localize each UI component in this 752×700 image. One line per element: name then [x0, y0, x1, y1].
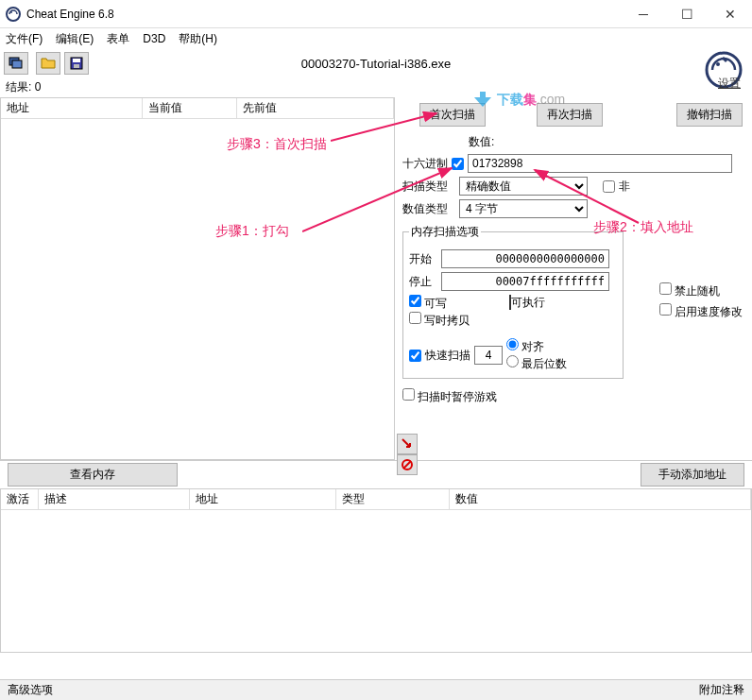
menu-help[interactable]: 帮助(H): [179, 31, 217, 47]
svg-point-8: [716, 62, 720, 66]
col-type[interactable]: 类型: [336, 489, 450, 509]
svg-rect-3: [12, 60, 22, 68]
col-active[interactable]: 激活: [1, 489, 39, 509]
stop-input[interactable]: [441, 272, 609, 291]
app-icon: [6, 7, 21, 22]
view-memory-button[interactable]: 查看内存: [8, 463, 178, 487]
aligned-radio[interactable]: [506, 338, 519, 350]
arrow-icon-button[interactable]: [397, 434, 418, 454]
value-label: 数值:: [469, 134, 744, 150]
memscan-group: 内存扫描选项 开始 停止 可写 可执行 写时拷贝 快速扫描 对齐 最: [402, 224, 624, 379]
col-address[interactable]: 地址: [1, 98, 143, 118]
forbidden-icon-button[interactable]: [397, 454, 418, 475]
start-input[interactable]: [441, 249, 609, 268]
col-address2[interactable]: 地址: [190, 489, 336, 509]
cow-checkbox[interactable]: [409, 312, 421, 324]
process-name: 00003270-Tutorial-i386.exe: [301, 57, 452, 71]
lastdigits-radio[interactable]: [506, 355, 519, 367]
not-checkbox[interactable]: [603, 180, 615, 193]
hex-label: 十六进制: [402, 156, 448, 172]
close-button[interactable]: ✕: [709, 0, 752, 28]
scantype-select[interactable]: 精确数值: [459, 177, 588, 196]
watermark: 下载集.com: [472, 90, 565, 111]
svg-rect-5: [73, 59, 80, 62]
attach-comment[interactable]: 附加注释: [699, 682, 744, 698]
pause-checkbox[interactable]: [402, 388, 415, 401]
svg-point-0: [7, 8, 20, 21]
speedhack-checkbox[interactable]: [659, 303, 672, 316]
results-label: 结果: 0: [0, 77, 752, 97]
value-input[interactable]: [468, 154, 732, 173]
open-button[interactable]: [36, 52, 60, 75]
writable-checkbox[interactable]: [409, 295, 421, 307]
col-current[interactable]: 当前值: [143, 98, 237, 118]
minimize-button[interactable]: ─: [622, 0, 665, 28]
undo-scan-button[interactable]: 撤销扫描: [676, 103, 743, 127]
svg-rect-6: [74, 64, 79, 68]
menu-edit[interactable]: 编辑(E): [56, 31, 94, 47]
menu-file[interactable]: 文件(F): [6, 31, 43, 47]
select-process-button[interactable]: [4, 52, 28, 75]
not-label: 非: [619, 179, 630, 195]
save-button[interactable]: [64, 52, 89, 75]
maximize-button[interactable]: ☐: [665, 0, 709, 28]
menu-table[interactable]: 表单: [107, 31, 129, 47]
window-title: Cheat Engine 6.8: [26, 8, 622, 21]
svg-line-10: [403, 461, 411, 469]
col-previous[interactable]: 先前值: [237, 98, 394, 118]
manual-add-button[interactable]: 手动添加地址: [641, 463, 744, 487]
fastscan-value[interactable]: [474, 346, 503, 365]
start-label: 开始: [409, 251, 441, 267]
col-value[interactable]: 数值: [450, 489, 751, 509]
norandom-checkbox[interactable]: [659, 282, 672, 295]
fastscan-checkbox[interactable]: [409, 350, 421, 362]
menu-d3d[interactable]: D3D: [143, 32, 165, 45]
col-desc[interactable]: 描述: [39, 489, 190, 509]
results-table[interactable]: 地址 当前值 先前值: [0, 97, 395, 460]
cheat-table[interactable]: 激活 描述 地址 类型 数值: [0, 488, 752, 653]
scantype-label: 扫描类型: [402, 179, 455, 195]
stop-label: 停止: [409, 274, 441, 290]
advanced-options[interactable]: 高级选项: [8, 682, 53, 698]
svg-rect-11: [480, 92, 486, 99]
memscan-title: 内存扫描选项: [409, 224, 481, 240]
svg-point-1: [10, 11, 12, 13]
valuetype-select[interactable]: 4 字节: [459, 199, 588, 218]
hex-checkbox[interactable]: [452, 158, 464, 170]
valuetype-label: 数值类型: [402, 201, 455, 217]
fastscan-label: 快速扫描: [425, 348, 470, 364]
settings-link[interactable]: 设置: [718, 76, 741, 92]
